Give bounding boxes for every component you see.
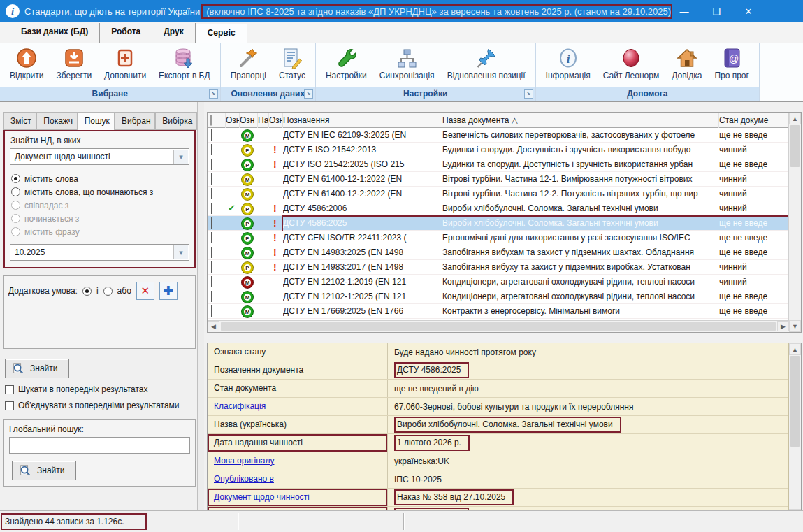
search-mode-radio-row[interactable]: містить слова, що починаються з — [11, 185, 189, 199]
table-row[interactable]: МДСТУ EN 12102-1:2025 (EN 121Кондиціонер… — [208, 289, 789, 304]
ribbon-button[interactable]: Відновлення позиції — [443, 45, 530, 82]
table-row[interactable]: Р!ДСТУ CEN ISO/TR 22411:2023 (Ергономічн… — [208, 231, 789, 245]
remove-condition-button[interactable]: ✕ — [136, 282, 154, 300]
scroll-right-icon[interactable]: ▶ — [777, 321, 789, 331]
table-row[interactable]: МДСТУ EN 12102-1:2019 (EN 121Кондиціонер… — [208, 275, 789, 289]
dialog-launcher-icon[interactable]: ↘ — [524, 89, 533, 99]
cell-name: Безпечність силових перетворювачів, заст… — [442, 128, 719, 142]
ribbon-button[interactable]: Сайт Леонорм — [599, 45, 663, 82]
radio-button[interactable] — [11, 187, 20, 196]
row-checkbox[interactable] — [211, 203, 212, 214]
ribbon-button[interactable]: Довідка — [667, 45, 706, 82]
table-row[interactable]: Р!ДСТУ EN 14983:2017 (EN 1498Запобігання… — [208, 260, 789, 275]
table-row[interactable]: МДСТУ EN IEC 62109-3:2025 (ENБезпечність… — [208, 128, 789, 143]
scroll-left-icon[interactable]: ◀ — [208, 321, 219, 331]
scroll-down-icon[interactable]: ▼ — [789, 320, 801, 332]
col-header-flag1[interactable]: Озн — [226, 113, 240, 128]
col-header-flag3[interactable]: Ная — [258, 113, 269, 128]
global-search-input[interactable] — [9, 437, 190, 454]
ribbon-button[interactable]: Настройки — [321, 45, 371, 82]
ribbon-button[interactable]: @Про прог — [710, 45, 753, 82]
row-checkbox[interactable] — [211, 261, 212, 273]
ribbon-button[interactable]: Доповнити — [100, 45, 150, 82]
minimize-button[interactable]: — — [668, 0, 700, 22]
table-row[interactable]: ✔Р!ДСТУ 4586:2006Вироби хлібобулочні. Со… — [208, 201, 789, 216]
col-header-status[interactable]: Стан докуме — [719, 113, 789, 128]
ribbon-button[interactable]: Відкрити — [6, 45, 48, 82]
detail-label-text[interactable]: Документ щодо чинності — [214, 492, 310, 502]
scrollbar-thumb[interactable] — [221, 322, 776, 331]
scroll-up-icon[interactable]: ▲ — [789, 343, 801, 355]
scrollbar-thumb[interactable] — [790, 356, 800, 447]
table-row[interactable]: МДСТУ EN 17669:2025 (EN 1766Контракти з … — [208, 304, 789, 319]
sidebar-tab-3[interactable]: Пошук — [78, 112, 115, 130]
select-all-checkbox-icon[interactable] — [210, 115, 212, 126]
sidebar-tab-1[interactable]: Зміст — [3, 112, 36, 130]
detail-label-text[interactable]: Опубліковано в — [214, 474, 274, 484]
row-checkbox[interactable] — [211, 217, 212, 229]
sidebar-tab-4[interactable]: Вибран — [115, 112, 155, 130]
ribbon-button[interactable]: Статус — [275, 45, 310, 82]
sidebar-tab-2[interactable]: Покажч — [36, 112, 77, 130]
col-header-flag4[interactable]: Озн — [269, 113, 283, 128]
row-checkbox[interactable] — [211, 305, 212, 317]
scroll-up-icon[interactable]: ▲ — [789, 113, 801, 124]
checkbox[interactable] — [5, 385, 14, 394]
sidebar-tab-5[interactable]: Вибірка — [155, 112, 197, 130]
table-row[interactable]: М!ДСТУ EN 14983:2025 (EN 1498Запобігання… — [208, 245, 789, 260]
detail-label-text[interactable]: Мова оригіналу — [214, 456, 274, 466]
cell-status: чинний — [719, 187, 789, 201]
row-checkbox[interactable] — [211, 232, 212, 243]
menu-tab-4[interactable]: Сервіс — [196, 24, 247, 43]
row-checkbox[interactable] — [211, 188, 212, 199]
menu-tab-1[interactable]: Бази даних (БД) — [10, 23, 100, 43]
add-condition-button[interactable]: ✚ — [159, 282, 178, 300]
condition-or-radio[interactable] — [103, 287, 113, 296]
col-header-designation[interactable]: Позначення — [283, 113, 442, 128]
table-row[interactable]: Р!ДСТУ Б ISO 21542:2013Будинки і споруди… — [208, 143, 789, 157]
ribbon-button[interactable]: Прапорці — [226, 45, 270, 82]
row-checkbox[interactable] — [211, 144, 212, 155]
chevron-down-icon[interactable]: ▾ — [173, 245, 188, 259]
table-row[interactable]: МДСТУ EN 61400-12-1:2022 (ENВітрові турб… — [208, 172, 789, 187]
search-value-select[interactable]: 10.2025 ▾ — [10, 244, 189, 261]
row-checkbox[interactable] — [211, 159, 212, 170]
detail-label-text[interactable]: Класифікація — [214, 401, 266, 411]
table-horizontal-scrollbar[interactable]: ◀ ▶ — [208, 320, 789, 332]
close-button[interactable]: ✕ — [732, 0, 765, 22]
checkbox[interactable] — [5, 401, 14, 410]
find-button[interactable]: Знайти — [5, 359, 69, 378]
merge-previous-checkbox-row[interactable]: Об'єднувати з попередніми результатами — [5, 401, 197, 410]
menu-tab-3[interactable]: Друк — [152, 23, 195, 43]
scrollbar-thumb[interactable] — [790, 125, 800, 167]
search-previous-checkbox-row[interactable]: Шукати в попередніх результатах — [5, 384, 197, 394]
col-header-name[interactable]: Назва документа △ — [442, 113, 719, 128]
select-all-header[interactable] — [208, 113, 226, 128]
row-checkbox[interactable] — [211, 247, 212, 258]
table-row[interactable]: Р!ДСТУ ISO 21542:2025 (ISO 215Будинки та… — [208, 157, 789, 172]
row-checkbox[interactable] — [211, 276, 212, 287]
row-checkbox[interactable] — [211, 129, 212, 141]
maximize-button[interactable]: ❑ — [700, 0, 732, 22]
dialog-launcher-icon[interactable]: ↘ — [209, 89, 218, 99]
global-find-button[interactable]: Знайти — [12, 461, 76, 480]
search-field-select[interactable]: Документ щодо чинності ▾ — [10, 148, 189, 165]
ribbon-button[interactable]: Експорт в БД — [154, 45, 215, 82]
chevron-down-icon[interactable]: ▾ — [173, 150, 188, 164]
ribbon-button[interactable]: iІнформація — [542, 45, 595, 82]
table-vertical-scrollbar[interactable]: ▲ ▼ — [788, 113, 801, 332]
menu-tab-2[interactable]: Робота — [100, 23, 152, 43]
row-checkbox[interactable] — [211, 173, 212, 185]
ribbon-button[interactable]: Синхронізація — [375, 45, 439, 82]
horizontal-splitter[interactable] — [204, 333, 803, 343]
condition-and-radio[interactable] — [82, 287, 92, 296]
ribbon-button[interactable]: Зберегти — [52, 45, 96, 82]
search-mode-radio-row[interactable]: містить слова — [11, 172, 189, 185]
col-header-flag2[interactable]: Озн — [240, 113, 258, 128]
table-row[interactable]: Р!ДСТУ 4586:2025Вироби хлібобулочні. Сол… — [208, 216, 789, 231]
details-vertical-scrollbar[interactable]: ▲ ▼ — [788, 343, 801, 521]
row-checkbox[interactable] — [211, 291, 212, 302]
radio-button[interactable] — [11, 174, 20, 183]
dialog-launcher-icon[interactable]: ↘ — [304, 89, 313, 99]
table-row[interactable]: МДСТУ EN 61400-12-2:2022 (ENВітрові турб… — [208, 187, 789, 201]
